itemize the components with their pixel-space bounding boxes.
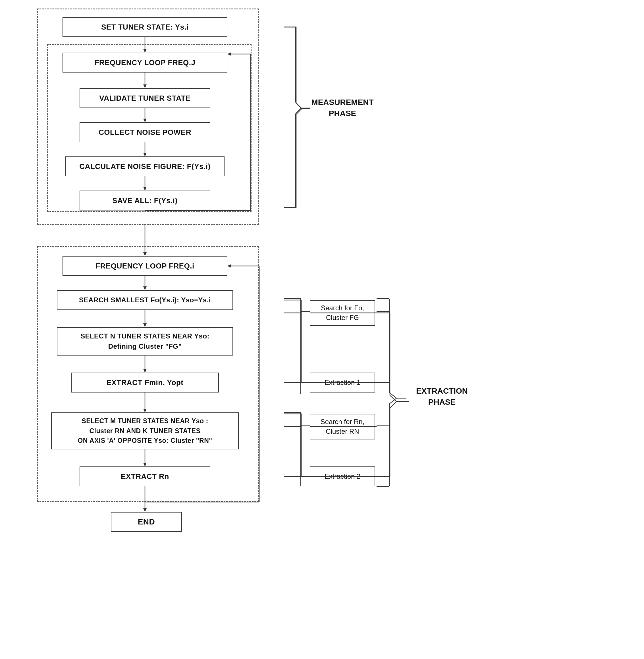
calc-noise-fig-label: CALCULATE NOISE FIGURE: F(Ys.i) [79,162,210,171]
save-all-box: SAVE ALL: F(Ys.i) [79,191,210,211]
extract-rn-box: EXTRACT Rn [79,466,210,486]
measurement-phase-label: MEASUREMENT PHASE [311,97,374,119]
freq-loop-j-label: FREQUENCY LOOP FREQ.J [95,58,196,67]
freq-loop-i-box: FREQUENCY LOOP FREQ.i [63,256,227,276]
set-tuner-state-label: SET TUNER STATE: Ys.i [101,23,189,31]
freq-loop-i-label: FREQUENCY LOOP FREQ.i [95,262,194,270]
search-smallest-label: SEARCH SMALLEST Fo(Ys.i): Yso=Ys.i [79,296,211,304]
diagram-container: SET TUNER STATE: Ys.i FREQUENCY LOOP FRE… [0,0,644,659]
end-label: END [138,518,155,526]
end-box: END [111,512,182,532]
search-rn-label: Search for Rn, Cluster RN [321,417,365,436]
validate-tuner-label: VALIDATE TUNER STATE [99,94,191,103]
select-m-tuner-box: SELECT M TUNER STATES NEAR Yso : Cluster… [51,412,239,449]
extract-fmin-label: EXTRACT Fmin, Yopt [107,378,184,387]
select-n-tuner-box: SELECT N TUNER STATES NEAR Yso: Defining… [57,327,233,355]
search-rn-label-box: Search for Rn, Cluster RN [310,414,375,439]
validate-tuner-box: VALIDATE TUNER STATE [79,88,210,108]
extract-fmin-box: EXTRACT Fmin, Yopt [71,373,219,393]
set-tuner-state-box: SET TUNER STATE: Ys.i [63,17,227,37]
save-all-label: SAVE ALL: F(Ys.i) [112,196,178,205]
svg-line-34 [296,103,301,108]
svg-line-46 [389,393,396,398]
freq-loop-j-box: FREQUENCY LOOP FREQ.J [63,52,227,72]
svg-marker-27 [143,508,147,512]
extraction2-label: Extraction 2 [325,473,361,480]
calc-noise-fig-box: CALCULATE NOISE FIGURE: F(Ys.i) [65,156,225,176]
collect-noise-label: COLLECT NOISE POWER [99,128,191,137]
svg-line-47 [389,398,396,404]
extract-rn-label: EXTRACT Rn [121,472,169,481]
extraction1-label-box: Extraction 1 [310,373,375,393]
search-fo-label: Search for Fo, Cluster FG [321,303,364,322]
extraction-phase-label: EXTRACTION PHASE [409,386,475,408]
extraction1-label: Extraction 1 [325,378,361,387]
svg-line-35 [296,108,301,114]
search-fo-label-box: Search for Fo, Cluster FG [310,300,375,326]
search-smallest-box: SEARCH SMALLEST Fo(Ys.i): Yso=Ys.i [57,290,233,310]
collect-noise-box: COLLECT NOISE POWER [79,122,210,142]
select-n-tuner-label: SELECT N TUNER STATES NEAR Yso: Defining… [80,331,209,352]
select-m-tuner-label: SELECT M TUNER STATES NEAR Yso : Cluster… [77,416,212,446]
extraction2-label-box: Extraction 2 [310,466,375,486]
